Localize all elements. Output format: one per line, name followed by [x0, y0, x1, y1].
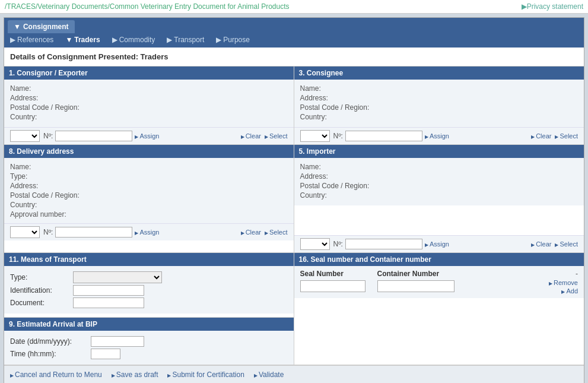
transport-type-select[interactable] [73, 271, 162, 283]
section-title: Details of Consignment Presented: Trader… [4, 48, 584, 67]
submit-btn[interactable]: Submit for Certification [167, 371, 244, 379]
consignor-panel: 1. Consignor / Exporter Name: Address: P… [4, 67, 294, 144]
consignee-no-input[interactable] [345, 131, 422, 141]
tab-consignment-label: Consignment [23, 23, 69, 31]
transport-header: 11. Means of Transport [4, 253, 294, 266]
consignor-name: Name: [10, 84, 288, 93]
arrival-time-input[interactable] [91, 349, 120, 359]
consignor-header: 1. Consignor / Exporter [4, 67, 294, 80]
consignee-panel: 3. Consignee Name: Address: Postal Code … [294, 67, 584, 144]
seal-header: 16. Seal number and Container number [294, 253, 584, 266]
seal-number-label: Seal Number [300, 270, 365, 278]
delivery-approval: Approval number: [10, 210, 288, 219]
delivery-select-btn[interactable]: Select [265, 229, 288, 236]
delivery-header: 8. Delivery address [4, 145, 294, 158]
consignor-country: Country: [10, 113, 288, 121]
consignor-no-label: Nº: [43, 132, 53, 140]
delivery-clear-btn[interactable]: Clear [241, 229, 261, 236]
consignee-name: Name: [300, 84, 579, 93]
privacy-link[interactable]: ▶Privacy statement [522, 2, 583, 11]
importer-no-label: Nº: [333, 240, 343, 248]
arrival-date-label: Date (dd/mm/yyyy): [10, 337, 87, 346]
seal-remove-btn[interactable]: Remove [549, 279, 578, 286]
arrival-date-input[interactable] [91, 336, 144, 347]
traders-arrow-icon: ▼ [65, 36, 72, 44]
consignor-clear-btn[interactable]: Clear [241, 132, 261, 140]
sub-tab-commodity-label: Commodity [119, 36, 155, 44]
consignee-assign-btn[interactable]: Assign [425, 132, 449, 140]
delivery-no-input[interactable] [55, 227, 132, 238]
transport-panel: 11. Means of Transport Type: Identificat… [4, 253, 294, 365]
delivery-country-select[interactable] [10, 226, 40, 238]
arrival-header: 9. Estimated Arrival at BIP [4, 318, 294, 331]
sub-tab-transport[interactable]: ▶ Transport [164, 34, 206, 45]
consignee-postal: Postal Code / Region: [300, 103, 579, 112]
delivery-address: Address: [10, 182, 288, 190]
cancel-btn[interactable]: Cancel and Return to Menu [10, 371, 102, 379]
transport-arrow-icon: ▶ [167, 36, 172, 44]
breadcrumb: /TRACES/Veterinary Documents/Common Vete… [0, 0, 588, 14]
consignment-arrow: ▼ [14, 23, 21, 31]
consignor-no-input[interactable] [55, 131, 132, 141]
importer-clear-btn[interactable]: Clear [531, 240, 551, 248]
container-number-label: Container Number [377, 270, 454, 278]
commodity-arrow-icon: ▶ [112, 36, 117, 44]
importer-panel: 5. Importer Name: Address: Postal Code /… [294, 145, 584, 252]
consignee-no-label: Nº: [333, 132, 343, 140]
sub-tab-commodity[interactable]: ▶ Commodity [110, 34, 158, 45]
importer-no-input[interactable] [345, 239, 422, 249]
breadcrumb-path: /TRACES/Veterinary Documents/Common Vete… [5, 2, 290, 11]
consignor-country-select[interactable] [10, 130, 40, 142]
consignor-address: Address: [10, 94, 288, 102]
delivery-assign-btn[interactable]: Assign [135, 229, 159, 236]
importer-assign-btn[interactable]: Assign [425, 240, 449, 248]
consignor-assign-btn[interactable]: Assign [135, 132, 159, 140]
importer-header: 5. Importer [294, 145, 584, 158]
importer-country: Country: [300, 191, 579, 200]
consignee-clear-btn[interactable]: Clear [531, 132, 551, 140]
sub-tab-traders-label: Traders [74, 36, 100, 44]
save-draft-btn[interactable]: Save as draft [112, 371, 158, 379]
importer-select-btn[interactable]: Select [555, 240, 578, 248]
tab-consignment[interactable]: ▼ Consignment [8, 20, 75, 33]
transport-type-label: Type: [10, 273, 69, 281]
delivery-panel: 8. Delivery address Name: Type: Address:… [4, 145, 294, 252]
delivery-postal: Postal Code / Region: [10, 191, 288, 200]
sub-tab-purpose-label: Purpose [223, 36, 250, 44]
sub-tab-references[interactable]: ▶ References [8, 34, 56, 45]
consignee-country: Country: [300, 113, 579, 121]
consignee-country-select[interactable] [300, 130, 330, 142]
transport-document-input[interactable] [73, 297, 144, 308]
delivery-no-label: Nº: [43, 228, 53, 236]
container-number-input[interactable] [377, 280, 454, 292]
bottom-action-bar: Cancel and Return to Menu Save as draft … [4, 365, 584, 383]
sub-tab-traders[interactable]: ▼ Traders [63, 34, 102, 45]
seal-dash: - [576, 270, 578, 278]
arrival-time-label: Time (hh:mm): [10, 350, 87, 358]
consignor-select-btn[interactable]: Select [265, 132, 288, 140]
consignee-address: Address: [300, 94, 579, 102]
arrival-panel: 9. Estimated Arrival at BIP Date (dd/mm/… [4, 317, 294, 365]
seal-number-input[interactable] [300, 280, 365, 292]
delivery-type: Type: [10, 172, 288, 181]
transport-identification-input[interactable] [73, 285, 144, 296]
sub-tab-references-label: References [17, 36, 53, 44]
consignor-postal: Postal Code / Region: [10, 103, 288, 112]
validate-btn[interactable]: Validate [254, 371, 284, 379]
transport-document-label: Document: [10, 299, 69, 307]
transport-identification-label: Identification: [10, 286, 69, 295]
importer-address: Address: [300, 172, 579, 181]
seal-panel: 16. Seal number and Container number Sea… [294, 253, 584, 365]
ref-arrow-icon: ▶ [10, 36, 15, 44]
consignee-select-btn[interactable]: Select [555, 132, 578, 140]
sub-tab-purpose[interactable]: ▶ Purpose [214, 34, 252, 45]
purpose-arrow-icon: ▶ [216, 36, 221, 44]
importer-postal: Postal Code / Region: [300, 182, 579, 190]
importer-country-select[interactable] [300, 238, 330, 250]
delivery-name: Name: [10, 163, 288, 171]
seal-add-btn[interactable]: Add [561, 287, 578, 295]
consignee-header: 3. Consignee [294, 67, 584, 80]
delivery-country: Country: [10, 201, 288, 209]
sub-tab-transport-label: Transport [174, 36, 204, 44]
importer-name: Name: [300, 163, 579, 171]
